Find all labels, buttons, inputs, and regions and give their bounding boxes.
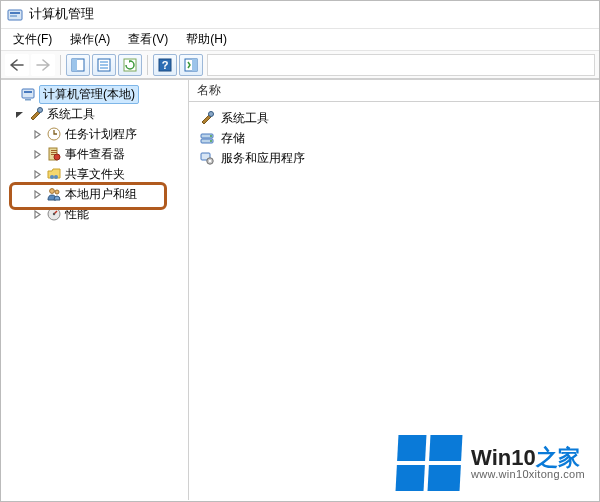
- svg-point-17: [38, 108, 43, 113]
- refresh-icon: [123, 58, 137, 72]
- tree-label: 性能: [65, 206, 89, 223]
- tree-label: 计算机管理(本地): [39, 85, 139, 104]
- performance-icon: [46, 206, 62, 222]
- svg-rect-7: [100, 64, 108, 66]
- panel-icon: [71, 58, 85, 72]
- shared-folder-icon: [46, 166, 62, 182]
- svg-point-23: [54, 154, 60, 160]
- svg-point-37: [209, 160, 211, 162]
- arrow-left-icon: [10, 59, 24, 71]
- action-pane-button[interactable]: [179, 54, 203, 76]
- svg-rect-21: [51, 152, 57, 153]
- svg-point-29: [53, 213, 55, 215]
- help-button[interactable]: ?: [153, 54, 177, 76]
- panel-right-icon: [184, 58, 198, 72]
- list-item-label: 服务和应用程序: [221, 150, 305, 167]
- chevron-right-icon[interactable]: [31, 148, 43, 160]
- toolbar: ?: [1, 51, 599, 79]
- svg-point-34: [210, 140, 212, 142]
- tree-label: 共享文件夹: [65, 166, 125, 183]
- watermark-url: www.win10xitong.com: [471, 469, 585, 481]
- windows-logo-icon: [396, 435, 463, 491]
- clock-icon: [46, 126, 62, 142]
- tree-system-tools[interactable]: 系统工具: [3, 104, 186, 124]
- app-icon: [7, 7, 23, 23]
- column-name: 名称: [197, 82, 221, 99]
- svg-rect-20: [51, 150, 57, 151]
- tree-performance[interactable]: 性能: [3, 204, 186, 224]
- chevron-right-icon[interactable]: [31, 188, 43, 200]
- list-item-system-tools[interactable]: 系统工具: [197, 108, 591, 128]
- svg-point-25: [54, 175, 58, 179]
- chevron-right-icon[interactable]: [31, 128, 43, 140]
- svg-rect-6: [100, 61, 108, 63]
- tree-root[interactable]: 计算机管理(本地): [3, 84, 186, 104]
- svg-point-24: [50, 175, 54, 179]
- tree-event-viewer[interactable]: 事件查看器: [3, 144, 186, 164]
- svg-rect-1: [10, 12, 20, 14]
- nav-forward-button[interactable]: [31, 54, 55, 76]
- menubar: 文件(F) 操作(A) 查看(V) 帮助(H): [1, 29, 599, 51]
- list-icon: [97, 58, 111, 72]
- menu-help[interactable]: 帮助(H): [178, 29, 235, 50]
- tools-icon: [199, 110, 215, 126]
- svg-point-26: [50, 189, 55, 194]
- arrow-right-icon: [36, 59, 50, 71]
- expander-icon[interactable]: [5, 88, 17, 100]
- storage-icon: [199, 130, 215, 146]
- toolbar-blank-area: [207, 54, 595, 76]
- tree-label: 事件查看器: [65, 146, 125, 163]
- list-column-header[interactable]: 名称: [189, 80, 599, 102]
- window-title: 计算机管理: [29, 6, 94, 23]
- tree-label: 系统工具: [47, 106, 95, 123]
- svg-rect-13: [192, 59, 197, 71]
- tree-label: 任务计划程序: [65, 126, 137, 143]
- computer-management-icon: [20, 86, 36, 102]
- watermark-brand: Win10之家: [471, 446, 580, 469]
- help-icon: ?: [158, 58, 172, 72]
- svg-point-33: [210, 135, 212, 137]
- chevron-right-icon[interactable]: [31, 168, 43, 180]
- tree-shared-folders[interactable]: 共享文件夹: [3, 164, 186, 184]
- menu-view[interactable]: 查看(V): [120, 29, 176, 50]
- chevron-down-icon[interactable]: [13, 108, 25, 120]
- list-item-services-apps[interactable]: 服务和应用程序: [197, 148, 591, 168]
- nav-back-button[interactable]: [5, 54, 29, 76]
- event-log-icon: [46, 146, 62, 162]
- tools-icon: [28, 106, 44, 122]
- svg-rect-14: [22, 89, 34, 98]
- watermark: Win10之家 www.win10xitong.com: [397, 435, 585, 491]
- svg-point-30: [209, 112, 214, 117]
- svg-text:?: ?: [162, 59, 169, 71]
- svg-point-27: [55, 190, 59, 194]
- properties-button[interactable]: [92, 54, 116, 76]
- list-item-label: 存储: [221, 130, 245, 147]
- users-icon: [46, 186, 62, 202]
- list-item-storage[interactable]: 存储: [197, 128, 591, 148]
- tree-task-scheduler[interactable]: 任务计划程序: [3, 124, 186, 144]
- svg-rect-4: [72, 59, 77, 71]
- menu-file[interactable]: 文件(F): [5, 29, 60, 50]
- services-icon: [199, 150, 215, 166]
- show-hide-tree-button[interactable]: [66, 54, 90, 76]
- list-item-label: 系统工具: [221, 110, 269, 127]
- svg-rect-2: [10, 15, 17, 17]
- tree-pane: 计算机管理(本地) 系统工具: [1, 80, 189, 500]
- refresh-button[interactable]: [118, 54, 142, 76]
- svg-rect-8: [100, 67, 108, 69]
- svg-rect-15: [24, 91, 32, 93]
- toolbar-separator: [60, 55, 61, 75]
- menu-action[interactable]: 操作(A): [62, 29, 118, 50]
- tree-local-users-groups[interactable]: 本地用户和组: [3, 184, 186, 204]
- toolbar-separator: [147, 55, 148, 75]
- chevron-right-icon[interactable]: [31, 208, 43, 220]
- titlebar: 计算机管理: [1, 1, 599, 29]
- tree-label: 本地用户和组: [65, 186, 137, 203]
- svg-rect-16: [25, 99, 31, 101]
